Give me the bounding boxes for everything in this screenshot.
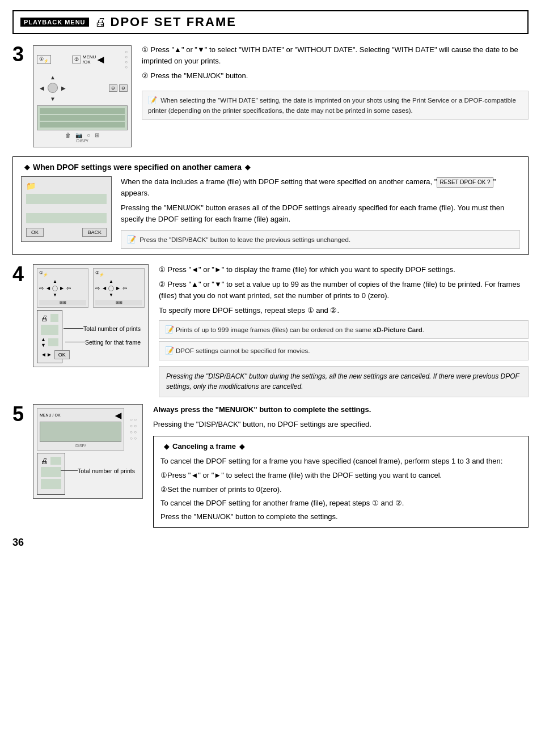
cancel-step3: To cancel the DPOF setting for another f… bbox=[160, 498, 521, 509]
step5-screen-top: 🖨 bbox=[41, 457, 61, 465]
cancel-header: ◆ Canceling a frame ◆ bbox=[160, 441, 521, 452]
step5-row2 bbox=[41, 479, 61, 489]
callout1-line bbox=[64, 328, 83, 329]
print-icon: 🖨 bbox=[95, 16, 106, 29]
cancel-text: To cancel the DPOF setting for a frame y… bbox=[160, 456, 521, 467]
cam-menu-label: MENU/OK bbox=[83, 54, 96, 65]
step3-number: 3 bbox=[12, 44, 24, 65]
step4-total-bar bbox=[50, 314, 58, 322]
page-header: PLAYBACK MENU 🖨 DPOF SET FRAME bbox=[12, 10, 529, 34]
cam2-top: ②⚡ bbox=[95, 270, 142, 277]
dpof-text3: Pressing the "MENU/OK" button erases all… bbox=[121, 202, 520, 225]
cam2-dpad-row: ⇨ ▲ ◀▶ ▼ ⇦ bbox=[95, 278, 142, 299]
cancel-step1: ①Press "◄" or "►" to select the frame (f… bbox=[160, 470, 521, 481]
cam-small-btns: ⊖ ⊖ bbox=[109, 84, 128, 92]
callout2-line bbox=[65, 342, 85, 342]
dpof-back-btn[interactable]: BACK bbox=[82, 228, 107, 237]
step5-total-bar2 bbox=[41, 467, 61, 477]
step4-inst1: ① Press "◄" or "►" to display the frame … bbox=[159, 264, 529, 275]
step5-callout1: Total number of prints bbox=[61, 468, 135, 474]
cam-arrow-icon: ◀ bbox=[98, 55, 104, 64]
dpof-spacer bbox=[26, 206, 107, 213]
callout2: Setting for that frame bbox=[65, 339, 141, 346]
dpof-section: ◆ When DPOF settings were specified on a… bbox=[12, 156, 529, 255]
step5-section: 5 MENU / OK ◀ DISP/ ○ ○ ○ ○ ○ bbox=[12, 404, 529, 528]
step5-cam-top: MENU / OK ◀ bbox=[40, 411, 121, 420]
dpof-text1: When the data includes a frame (file) wi… bbox=[121, 176, 520, 199]
dpof-row2 bbox=[26, 213, 107, 223]
step4-note2-icon: 📝 bbox=[165, 346, 174, 355]
step5-text2: Pressing the "DISP/BACK" button, no DPOF… bbox=[153, 419, 529, 430]
step4-diagram: ①⚡ ⇨ ▲ ◀▶ ▼ ⇦ ⊞⊞ bbox=[33, 264, 149, 367]
dpof-screen-container: 📁 OK BACK bbox=[21, 176, 112, 249]
cancel-step4: Press the "MENU/OK" button to complete t… bbox=[160, 511, 521, 523]
step4-lr-icon: ◄► bbox=[41, 351, 52, 358]
dpof-ok-btn[interactable]: OK bbox=[26, 228, 44, 237]
step5-screen: 🖨 Total number of prints bbox=[37, 453, 65, 495]
cam-disp-label: DISP/ bbox=[37, 138, 128, 143]
step4-ok-btn[interactable]: OK bbox=[54, 350, 70, 359]
step5-total-bar bbox=[50, 457, 61, 465]
cam-lcd-step3 bbox=[37, 105, 128, 130]
step3-inst1: ① Press "▲" or "▼" to select "WITH DATE"… bbox=[142, 44, 529, 67]
step5-number: 5 bbox=[12, 404, 24, 424]
step4-arrows: ▲ ▼ bbox=[41, 337, 46, 348]
step3-left: 3 ①⚡ ② MENU/OK ◀ ○○○○ ▲ ◀ ▶ bbox=[12, 44, 132, 147]
step4-print-icon: 🖨 bbox=[41, 314, 48, 322]
step5-diagram: MENU / OK ◀ DISP/ ○ ○ ○ ○ ○ ○ ○ ○ bbox=[33, 404, 143, 499]
step4-note1: 📝Prints of up to 999 image frames (files… bbox=[159, 320, 529, 339]
step4-note2: 📝DPOF settings cannot be specified for m… bbox=[159, 341, 529, 360]
cancel-diamond-left: ◆ bbox=[164, 441, 169, 452]
cam1-arrow-right: ⇦ bbox=[66, 285, 71, 291]
step5-arrow-icon: ◀ bbox=[115, 411, 121, 420]
down-arrow: ▼ bbox=[41, 342, 46, 348]
cam2-dpad: ▲ ◀▶ ▼ bbox=[101, 278, 121, 299]
step5-disp-label: DISP/ bbox=[40, 444, 121, 448]
dpof-note-icon: 📝 bbox=[127, 235, 136, 244]
step5-lcd bbox=[40, 422, 121, 442]
step4-arrows-row: ▲ ▼ Setting for that frame bbox=[41, 337, 58, 348]
step4-number: 4 bbox=[12, 264, 24, 284]
dpof-folder-icon: 📁 bbox=[26, 181, 107, 190]
step5-print-icon: 🖨 bbox=[41, 457, 48, 465]
cam1-top: ①⚡ bbox=[39, 270, 86, 277]
step4-inst2: ② Press "▲" or "▼" to set a value up to … bbox=[159, 279, 529, 301]
step5-cam-body: MENU / OK ◀ DISP/ bbox=[37, 408, 124, 451]
step4-right: ① Press "◄" or "►" to display the frame … bbox=[159, 264, 529, 397]
cam2-label: ⊞⊞ bbox=[95, 300, 142, 305]
step5-right: Always press the "MENU/OK" button to com… bbox=[153, 404, 529, 528]
cancel-section: ◆ Canceling a frame ◆ To cancel the DPOF… bbox=[153, 436, 529, 528]
step4-cam-row: ①⚡ ⇨ ▲ ◀▶ ▼ ⇦ ⊞⊞ bbox=[37, 268, 145, 308]
step5-callout1-line bbox=[61, 470, 78, 471]
cancel-diamond-right: ◆ bbox=[239, 441, 244, 452]
step5-cam-row: MENU / OK ◀ DISP/ ○ ○ ○ ○ ○ ○ ○ ○ bbox=[37, 408, 139, 451]
dpof-section-header: ◆ When DPOF settings were specified on a… bbox=[21, 163, 520, 172]
dpof-note: 📝 Press the "DISP/BACK" button to leave … bbox=[121, 230, 520, 249]
step5-text1: Always press the "MENU/OK" button to com… bbox=[153, 404, 529, 415]
cancel-step2: ②Set the number of prints to 0(zero). bbox=[160, 484, 521, 495]
xd-label: xD-Picture Card bbox=[373, 326, 422, 333]
note-icon: 📝 bbox=[148, 96, 157, 104]
playback-menu-label: PLAYBACK MENU bbox=[20, 18, 89, 27]
cam-bottom-icons: 🗑📷○⊞ bbox=[37, 132, 128, 138]
cam1-dpad: ▲ ◀▶ ▼ bbox=[45, 278, 65, 299]
cam-circle1: ①⚡ bbox=[37, 55, 51, 65]
step4-screen-wrapper: 🖨 Total number of prints bbox=[37, 310, 62, 363]
cam2-arrow-right: ⇦ bbox=[122, 285, 127, 291]
dpof-row1 bbox=[26, 194, 107, 204]
step4-cam1: ①⚡ ⇨ ▲ ◀▶ ▼ ⇦ ⊞⊞ bbox=[37, 268, 88, 308]
step4-frame-row-wrapper: Setting for that frame bbox=[48, 338, 58, 346]
step4-left: 4 ①⚡ ⇨ ▲ ◀▶ ▼ ⇦ bbox=[12, 264, 149, 397]
step5-left: 5 MENU / OK ◀ DISP/ ○ ○ ○ ○ ○ bbox=[12, 404, 143, 528]
up-arrow: ▲ bbox=[41, 337, 46, 342]
cam2-arrow-left: ⇨ bbox=[95, 285, 100, 291]
step5-screen-wrapper: 🖨 Total number of prints bbox=[37, 453, 65, 495]
cam1-arrow-left: ⇨ bbox=[39, 285, 44, 291]
diamond-left: ◆ bbox=[24, 163, 29, 171]
reset-badge: RESET DPOF OK ? bbox=[437, 177, 493, 188]
step5-menu-label: MENU / OK bbox=[40, 413, 61, 418]
step4-info-box: Pressing the "DISP/BACK" button during t… bbox=[159, 366, 529, 397]
cam1-label: ⊞⊞ bbox=[39, 300, 86, 305]
page-number: 36 bbox=[12, 537, 529, 549]
step4-repeat: To specify more DPOF settings, repeat st… bbox=[159, 305, 529, 316]
